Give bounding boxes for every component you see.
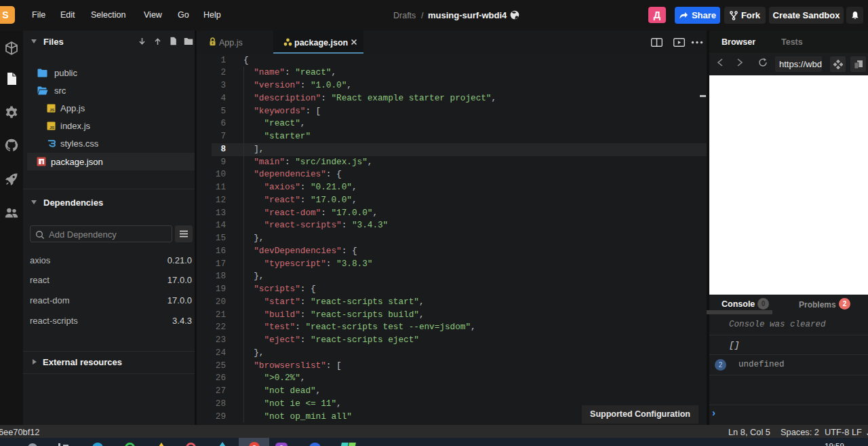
- svg-text:JS: JS: [50, 126, 54, 130]
- svg-text:JS: JS: [50, 108, 54, 112]
